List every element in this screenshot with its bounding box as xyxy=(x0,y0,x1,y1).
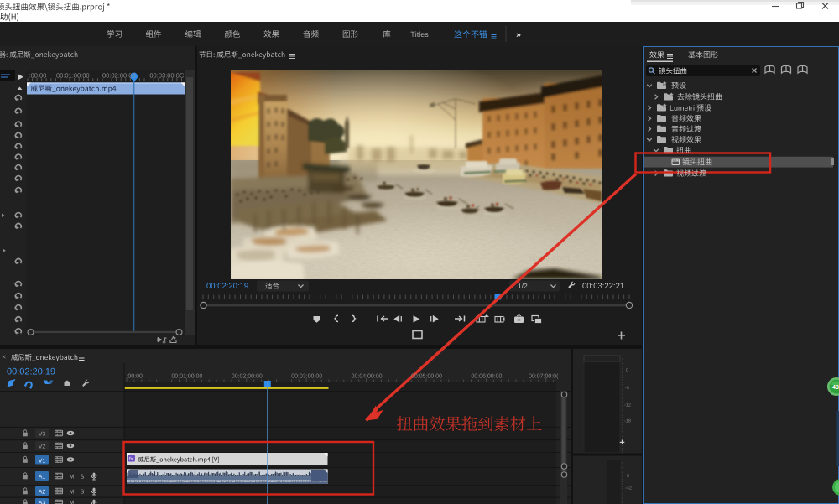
svg-text:43: 43 xyxy=(832,384,839,390)
